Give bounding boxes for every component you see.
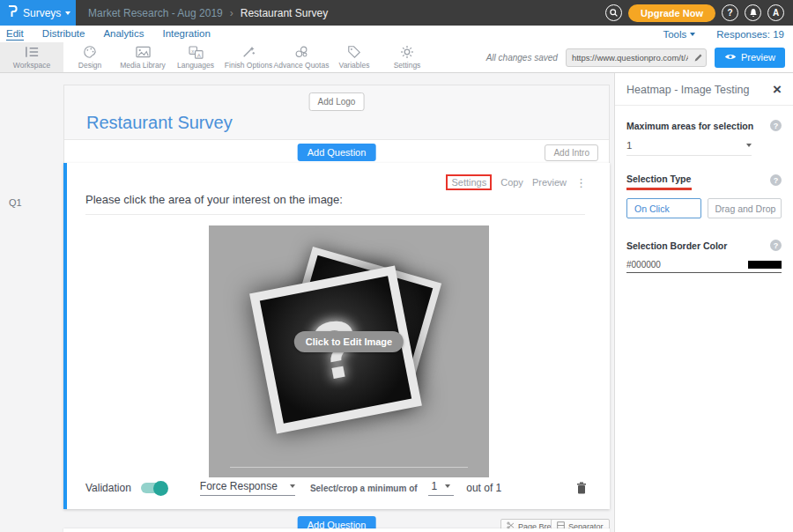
panel-divider [615, 105, 793, 106]
add-logo-button[interactable]: Add Logo [309, 92, 365, 111]
toolbar-tab-advance-quotas[interactable]: Advance Quotas [275, 42, 328, 72]
survey-title[interactable]: Restaurant Survey [86, 113, 233, 133]
tools-menu-label: Tools [663, 29, 686, 40]
force-response-label: Force Response [200, 480, 278, 492]
toolbar-tab-label: Settings [394, 61, 421, 70]
question-text[interactable]: Please click the area of your interest o… [85, 193, 585, 215]
nav-tab-distribute[interactable]: Distribute [42, 28, 85, 40]
question-index-label: Q1 [9, 197, 22, 208]
survey-header-band: Add Question Add Intro [64, 139, 609, 163]
question-settings-button[interactable]: Settings [446, 174, 492, 190]
toolbar-tab-settings[interactable]: Settings [381, 42, 434, 72]
placeholder-bottom-line [230, 467, 468, 468]
nav-tab-integration[interactable]: Integration [162, 28, 210, 40]
toggle-knob [153, 481, 168, 496]
survey-header-card: Add Logo Restaurant Survey Add Question … [63, 85, 610, 164]
help-icon[interactable]: ? [770, 240, 782, 251]
nav-tab-analytics[interactable]: Analytics [103, 28, 144, 40]
tag-icon [347, 45, 361, 59]
notifications-bell-icon[interactable] [745, 4, 761, 21]
heatmap-image-placeholder[interactable]: ? Click to Edit Image [209, 225, 489, 477]
max-areas-row: Maximum areas for selection ? [626, 120, 782, 131]
palette-icon [83, 45, 97, 59]
chevron-down-icon [65, 11, 70, 15]
minimum-value-dropdown[interactable]: 1 [428, 480, 455, 496]
save-status-text: All changes saved [486, 53, 558, 63]
preview-button[interactable]: Preview [715, 48, 785, 68]
validation-toggle[interactable] [141, 483, 167, 493]
toolbar-tab-media-library[interactable]: Media Library [116, 42, 169, 72]
click-to-edit-image-button[interactable]: Click to Edit Image [294, 331, 404, 352]
toolbar-tab-label: Workspace [13, 61, 50, 70]
question-kebab-menu-icon[interactable]: ⋮ [575, 176, 587, 189]
survey-url-input[interactable] [567, 53, 691, 63]
responses-count[interactable]: Responses: 19 [716, 29, 784, 40]
validation-row: Validation Force Response Select/crop a … [85, 477, 587, 499]
add-intro-button[interactable]: Add Intro [545, 144, 598, 161]
magic-wand-icon [241, 45, 256, 59]
chevron-down-icon [290, 484, 295, 488]
quotas-links-icon [294, 45, 308, 59]
eye-icon [724, 52, 737, 63]
toolbar-tab-label: Finish Options [225, 61, 272, 70]
drag-and-drop-option[interactable]: Drag and Drop [708, 198, 782, 218]
image-icon [136, 45, 151, 59]
border-color-swatch[interactable] [748, 261, 782, 269]
chevron-down-icon [746, 144, 752, 147]
border-color-label: Selection Border Color [626, 240, 727, 251]
svg-text:x: x [191, 47, 194, 53]
editor-toolbar: Workspace Design Media Library xA Langua… [0, 42, 793, 73]
toolbar-tab-languages[interactable]: xA Languages [169, 42, 222, 72]
breadcrumb-separator-icon: › [230, 7, 233, 19]
questionpro-logo-icon [7, 4, 19, 21]
surveys-menu-label: Surveys [23, 7, 61, 19]
close-icon[interactable]: × [773, 85, 782, 95]
surveys-menu[interactable]: Surveys [0, 0, 76, 26]
tools-menu[interactable]: Tools [663, 29, 695, 40]
selection-type-label: Selection Type [626, 174, 691, 184]
help-icon[interactable]: ? [770, 174, 782, 186]
max-areas-value: 1 [626, 140, 632, 151]
toolbar-tab-label: Design [78, 61, 101, 70]
toolbar-tab-workspace[interactable]: Workspace [0, 42, 63, 72]
survey-editor-page: Surveys Market Research - Aug 2019 › Res… [0, 0, 793, 532]
upgrade-now-button[interactable]: Upgrade Now [628, 4, 715, 22]
help-icon[interactable]: ? [770, 120, 782, 131]
selection-type-label-wrap: Selection Type [626, 170, 692, 190]
preview-button-label: Preview [741, 52, 775, 63]
translate-icon: xA [189, 45, 204, 59]
panel-header: Heatmap - Image Testing × [626, 84, 782, 96]
toolbar-tab-label: Advance Quotas [274, 61, 330, 70]
border-color-field: #000000 [626, 260, 782, 273]
toolbar-tab-variables[interactable]: Variables [328, 42, 381, 72]
question-copy-button[interactable]: Copy [500, 177, 523, 188]
red-annotation-underline [626, 188, 692, 190]
nav-right-group: Tools Responses: 19 [663, 29, 784, 40]
question-card: Settings Copy Preview ⋮ Please click the… [63, 163, 610, 509]
selection-type-row: Selection Type ? [626, 170, 782, 190]
on-click-option[interactable]: On Click [626, 198, 701, 218]
force-response-dropdown[interactable]: Force Response [200, 480, 295, 496]
breadcrumb-parent[interactable]: Market Research - Aug 2019 [88, 7, 223, 19]
gear-icon [400, 45, 414, 59]
delete-question-trash-icon[interactable] [576, 482, 587, 494]
survey-url-field [566, 48, 707, 67]
chevron-down-icon [445, 484, 450, 488]
topbar-actions: Upgrade Now ? A [605, 4, 793, 22]
toolbar-tab-label: Media Library [120, 61, 166, 70]
chevron-down-icon [690, 33, 695, 36]
nav-tab-edit[interactable]: Edit [6, 28, 24, 41]
account-avatar[interactable]: A [767, 4, 784, 21]
survey-header-top: Add Logo Restaurant Survey [64, 85, 609, 139]
toolbar-tab-design[interactable]: Design [63, 42, 116, 72]
help-icon[interactable]: ? [722, 4, 738, 21]
search-icon[interactable] [605, 4, 622, 21]
question-preview-button[interactable]: Preview [532, 177, 567, 188]
add-question-button-top[interactable]: Add Question [298, 144, 376, 161]
max-areas-dropdown[interactable]: 1 [626, 140, 752, 156]
toolbar-tab-finish-options[interactable]: Finish Options [222, 42, 275, 72]
question-actions: Settings Copy Preview ⋮ [446, 174, 587, 190]
edit-url-pencil-icon[interactable] [691, 53, 706, 63]
border-color-value[interactable]: #000000 [626, 260, 661, 270]
breadcrumb-current: Restaurant Survey [241, 7, 328, 19]
